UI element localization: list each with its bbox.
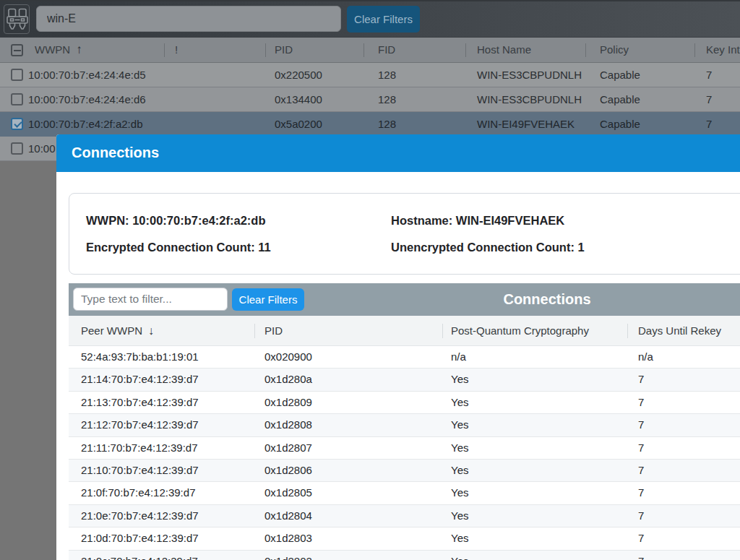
device-column-header[interactable]: ! (175, 38, 178, 62)
row-checkbox-checked[interactable] (11, 118, 23, 130)
cell: 21:0e:70:b7:e4:12:39:d7 (81, 505, 199, 527)
connections-table-row: 21:0d:70:b7:e4:12:39:d70x1d2803Yes7 (69, 527, 740, 550)
sort-descending-icon: ↓ (148, 324, 154, 337)
cell: 0x1d2803 (264, 527, 312, 550)
column-divider (465, 43, 466, 57)
cell: Yes (451, 551, 468, 560)
device-column-header[interactable]: PID (275, 38, 293, 62)
row-checkbox[interactable] (11, 93, 23, 105)
connections-table-row: 21:14:70:b7:e4:12:39:d70x1d280aYes7 (69, 369, 740, 391)
fabric-switch-icon (7, 8, 28, 32)
cell: 7 (638, 460, 644, 482)
fabric-switch-icon-button[interactable] (4, 4, 30, 34)
cell-fid: 128 (378, 87, 396, 111)
cell: Yes (451, 392, 468, 414)
device-column-header[interactable]: FID (378, 38, 395, 62)
summary-unencrypted-count: Unencrypted Connection Count: 1 (391, 241, 585, 254)
device-table-row[interactable]: 10:00:70:b7:e4:24:4e:d50x220500128WIN-ES… (0, 63, 740, 87)
connections-column-header[interactable]: Post-Quantum Cryptography (451, 316, 589, 345)
cell: Yes (451, 414, 468, 436)
select-all-checkbox[interactable] (11, 44, 23, 56)
cell: Yes (451, 369, 468, 391)
connections-table-row: 21:10:70:b7:e4:12:39:d70x1d2806Yes7 (69, 460, 740, 482)
cell: 21:0f:70:b7:e4:12:39:d7 (81, 482, 195, 504)
cell-host: WIN-ES3CBPUDNLH (477, 87, 582, 111)
cell-key_int: 7 (706, 87, 712, 111)
cell-policy: Capable (600, 63, 640, 87)
cell: Yes (451, 482, 468, 504)
modal-title: Connections (72, 134, 159, 171)
cell: 0x1d2805 (264, 482, 312, 504)
row-checkbox[interactable] (11, 69, 23, 81)
cell: 7 (638, 414, 644, 436)
column-divider (442, 324, 443, 338)
cell: Yes (451, 527, 468, 550)
connections-table-row: 52:4a:93:7b:ba:b1:19:010x020900n/an/a (69, 346, 740, 369)
device-column-header[interactable]: Key Int (706, 38, 740, 62)
connections-column-header[interactable]: Days Until Rekey (638, 316, 721, 345)
toolbar: Clear Filters (0, 0, 740, 38)
cell-wwpn: 10:00 (28, 137, 56, 160)
cell: Yes (451, 437, 468, 460)
cell: 52:4a:93:7b:ba:b1:19:01 (81, 346, 199, 369)
column-divider (164, 43, 165, 57)
connections-modal: Connections WWPN: 10:00:70:b7:e4:2f:a2:d… (56, 134, 740, 560)
cell-pid: 0x134400 (275, 87, 322, 111)
cell: Yes (451, 505, 468, 527)
connections-table-row: 21:12:70:b7:e4:12:39:d70x1d2808Yes7 (69, 414, 740, 436)
connections-column-header[interactable]: Peer WWPN↓ (81, 316, 154, 345)
summary-wwpn: WWPN: 10:00:70:b7:e4:2f:a2:db (86, 214, 265, 228)
device-table-header: WWPN↑!PIDFIDHost NamePolicyKey Int (0, 38, 740, 63)
cell: 21:0c:70:b7:e4:12:39:d7 (81, 551, 198, 560)
cell: 21:14:70:b7:e4:12:39:d7 (81, 369, 199, 391)
summary-card: WWPN: 10:00:70:b7:e4:2f:a2:db Hostname: … (69, 193, 740, 275)
cell: 7 (638, 437, 644, 460)
summary-hostname: Hostname: WIN-EI49FVEHAEK (391, 214, 564, 228)
cell: 21:13:70:b7:e4:12:39:d7 (81, 392, 199, 414)
connections-filter-input[interactable] (73, 288, 228, 311)
column-divider (265, 43, 266, 57)
cell-pid: 0x5a0200 (275, 112, 322, 136)
device-column-header[interactable]: Host Name (477, 38, 531, 62)
connections-table-row: 21:11:70:b7:e4:12:39:d70x1d2807Yes7 (69, 437, 740, 460)
connections-column-header[interactable]: PID (264, 316, 283, 345)
connections-table-row: 21:0f:70:b7:e4:12:39:d70x1d2805Yes7 (69, 482, 740, 504)
cell: 0x1d2807 (264, 437, 312, 460)
cell: Yes (451, 460, 468, 482)
device-filter-input[interactable] (36, 6, 341, 32)
cell-fid: 128 (378, 112, 396, 136)
modal-header: Connections (56, 134, 740, 172)
connections-table-body: 52:4a:93:7b:ba:b1:19:010x020900n/an/a21:… (69, 346, 740, 560)
connections-table-row: 21:0c:70:b7:e4:12:39:d70x1d2802Yes7 (69, 551, 740, 560)
device-table-row[interactable]: 10:00:70:b7:e4:2f:a2:db0x5a0200128WIN-EI… (0, 112, 740, 137)
connections-clear-filters-button[interactable]: Clear Filters (232, 288, 304, 311)
cell: 21:0d:70:b7:e4:12:39:d7 (81, 527, 199, 550)
cell-key_int: 7 (706, 112, 712, 136)
row-checkbox[interactable] (11, 142, 23, 155)
column-divider (627, 324, 628, 338)
cell-fid: 128 (378, 63, 396, 87)
device-clear-filters-button[interactable]: Clear Filters (347, 6, 420, 33)
cell: 0x1d280a (264, 369, 312, 391)
cell-wwpn: 10:00:70:b7:e4:24:4e:d5 (28, 63, 146, 87)
connections-table-row: 21:13:70:b7:e4:12:39:d70x1d2809Yes7 (69, 392, 740, 414)
cell: 7 (638, 527, 644, 550)
connections-table-header: Peer WWPN↓PIDPost-Quantum CryptographyDa… (69, 316, 740, 346)
cell: 0x020900 (264, 346, 312, 369)
cell: 0x1d2809 (264, 392, 312, 414)
cell: 0x1d2804 (264, 505, 312, 527)
cell-wwpn: 10:00:70:b7:e4:2f:a2:db (28, 112, 142, 136)
column-divider (585, 43, 586, 57)
device-table-row[interactable]: 10:00:70:b7:e4:24:4e:d60x134400128WIN-ES… (0, 87, 740, 112)
cell-wwpn: 10:00:70:b7:e4:24:4e:d6 (28, 87, 146, 111)
sort-ascending-icon: ↑ (76, 43, 82, 56)
cell: n/a (638, 346, 653, 369)
summary-encrypted-count: Encrypted Connection Count: 11 (86, 241, 271, 254)
device-column-header[interactable]: Policy (600, 38, 629, 62)
cell: 21:12:70:b7:e4:12:39:d7 (81, 414, 199, 436)
device-column-header[interactable]: WWPN↑ (35, 38, 82, 62)
cell: 0x1d2806 (264, 460, 312, 482)
cell-policy: Capable (600, 112, 640, 136)
column-divider (254, 324, 255, 338)
cell: 21:11:70:b7:e4:12:39:d7 (81, 437, 198, 460)
